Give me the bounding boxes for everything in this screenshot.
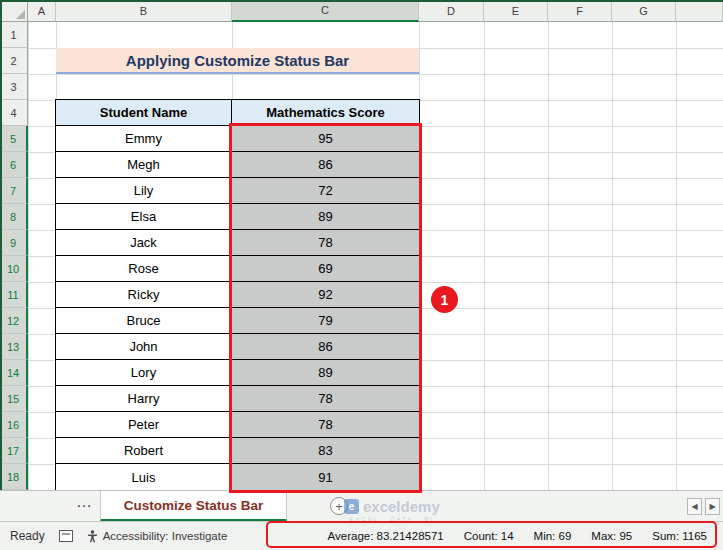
table-body: Emmy95Megh86Lily72Elsa89Jack78Rose69Rick… xyxy=(56,126,419,490)
table-row: Elsa89 xyxy=(56,204,419,230)
row-header-8[interactable]: 8 xyxy=(0,204,28,230)
column-header-a[interactable]: A xyxy=(28,0,56,22)
table-row: Ricky92 xyxy=(56,282,419,308)
sheet-overflow-button[interactable]: … xyxy=(76,493,93,511)
status-stat: Max: 95 xyxy=(591,530,632,542)
status-bar: Ready Accessibility: Investigate Average… xyxy=(0,521,723,550)
new-sheet-button[interactable]: + xyxy=(330,497,348,515)
status-stat: Sum: 1165 xyxy=(652,530,707,542)
accessibility-status[interactable]: Accessibility: Investigate xyxy=(87,530,228,543)
table-row: Lory89 xyxy=(56,360,419,386)
score-cell[interactable]: 86 xyxy=(232,334,419,360)
window-left-edge xyxy=(0,0,2,490)
score-cell[interactable]: 95 xyxy=(232,126,419,152)
row-header-3[interactable]: 3 xyxy=(0,74,28,100)
student-name-cell[interactable]: Jack xyxy=(56,230,232,256)
row-header-17[interactable]: 17 xyxy=(0,438,28,464)
table-header-row: Student Name Mathematics Score xyxy=(56,100,419,126)
score-cell[interactable]: 86 xyxy=(232,152,419,178)
row-header-16[interactable]: 16 xyxy=(0,412,28,438)
excel-window: ABCDEFG 123456789101112131415161718 Appl… xyxy=(0,0,723,550)
row-header-14[interactable]: 14 xyxy=(0,360,28,386)
spreadsheet-grid: ABCDEFG 123456789101112131415161718 Appl… xyxy=(0,0,723,490)
column-header-d[interactable]: D xyxy=(419,0,484,22)
column-header-c[interactable]: C xyxy=(232,0,419,22)
student-name-cell[interactable]: Lory xyxy=(56,360,232,386)
row-header-13[interactable]: 13 xyxy=(0,334,28,360)
sheet-tab-customize-status-bar[interactable]: Customize Status Bar xyxy=(100,491,287,522)
table-row: Rose69 xyxy=(56,256,419,282)
table-row: Robert83 xyxy=(56,438,419,464)
table-row: Lily72 xyxy=(56,178,419,204)
table-row: Jack78 xyxy=(56,230,419,256)
status-stat: Min: 69 xyxy=(534,530,572,542)
score-cell[interactable]: 78 xyxy=(232,412,419,438)
row-header-7[interactable]: 7 xyxy=(0,178,28,204)
column-header-f[interactable]: F xyxy=(548,0,612,22)
table-row: Harry78 xyxy=(56,386,419,412)
gridline xyxy=(0,74,723,75)
column-header-student-name[interactable]: Student Name xyxy=(56,100,232,126)
student-name-cell[interactable]: Rose xyxy=(56,256,232,282)
status-stats: Average: 83.21428571Count: 14Min: 69Max:… xyxy=(328,530,713,542)
score-cell[interactable]: 78 xyxy=(232,386,419,412)
row-header-4[interactable]: 4 xyxy=(0,100,28,126)
scroll-left-icon[interactable]: ◀ xyxy=(687,498,702,515)
select-all-triangle-icon xyxy=(16,10,25,19)
row-header-2[interactable]: 2 xyxy=(0,48,28,74)
row-header-5[interactable]: 5 xyxy=(0,126,28,152)
score-cell[interactable]: 89 xyxy=(232,360,419,386)
table-row: Megh86 xyxy=(56,152,419,178)
score-cell[interactable]: 92 xyxy=(232,282,419,308)
table-row: Peter78 xyxy=(56,412,419,438)
table-row: Luis91 xyxy=(56,464,419,490)
status-stat: Count: 14 xyxy=(464,530,514,542)
student-name-cell[interactable]: Emmy xyxy=(56,126,232,152)
score-cell[interactable]: 72 xyxy=(232,178,419,204)
student-name-cell[interactable]: Peter xyxy=(56,412,232,438)
student-table: Student Name Mathematics Score Emmy95Meg… xyxy=(55,99,420,491)
sheet-tab-bar: … Customize Status Bar + ◀ ▶ xyxy=(0,490,723,521)
student-name-cell[interactable]: Luis xyxy=(56,464,232,490)
table-row: John86 xyxy=(56,334,419,360)
column-header-b[interactable]: B xyxy=(56,0,232,22)
row-header-10[interactable]: 10 xyxy=(0,256,28,282)
row-header-18[interactable]: 18 xyxy=(0,464,28,490)
row-header-11[interactable]: 11 xyxy=(0,282,28,308)
select-all-corner[interactable] xyxy=(0,0,28,22)
student-name-cell[interactable]: Elsa xyxy=(56,204,232,230)
row-header-15[interactable]: 15 xyxy=(0,386,28,412)
annotation-badge-1: 1 xyxy=(431,286,458,313)
status-stat: Average: 83.21428571 xyxy=(328,530,444,542)
student-name-cell[interactable]: Harry xyxy=(56,386,232,412)
student-name-cell[interactable]: Lily xyxy=(56,178,232,204)
score-cell[interactable]: 83 xyxy=(232,438,419,464)
student-name-cell[interactable]: Robert xyxy=(56,438,232,464)
score-cell[interactable]: 69 xyxy=(232,256,419,282)
tab-scroll-buttons: ◀ ▶ xyxy=(687,498,720,515)
score-cell[interactable]: 89 xyxy=(232,204,419,230)
status-mode: Ready xyxy=(10,529,45,543)
score-cell[interactable]: 78 xyxy=(232,230,419,256)
student-name-cell[interactable]: Ricky xyxy=(56,282,232,308)
accessibility-label: Accessibility: Investigate xyxy=(103,530,228,542)
window-top-edge xyxy=(0,0,723,2)
student-name-cell[interactable]: Megh xyxy=(56,152,232,178)
scroll-right-icon[interactable]: ▶ xyxy=(705,498,720,515)
column-header-mathematics-score[interactable]: Mathematics Score xyxy=(232,100,419,126)
column-header-e[interactable]: E xyxy=(484,0,548,22)
worksheet-title-cell[interactable]: Applying Customize Status Bar xyxy=(56,48,419,74)
score-cell[interactable]: 91 xyxy=(232,464,419,490)
row-header-1[interactable]: 1 xyxy=(0,22,28,48)
macro-record-icon[interactable] xyxy=(59,530,73,542)
column-header-g[interactable]: G xyxy=(612,0,676,22)
table-row: Emmy95 xyxy=(56,126,419,152)
column-header-partial[interactable] xyxy=(676,0,723,22)
row-header-12[interactable]: 12 xyxy=(0,308,28,334)
accessibility-person-icon xyxy=(87,530,98,543)
row-header-9[interactable]: 9 xyxy=(0,230,28,256)
student-name-cell[interactable]: John xyxy=(56,334,232,360)
score-cell[interactable]: 79 xyxy=(232,308,419,334)
student-name-cell[interactable]: Bruce xyxy=(56,308,232,334)
row-header-6[interactable]: 6 xyxy=(0,152,28,178)
